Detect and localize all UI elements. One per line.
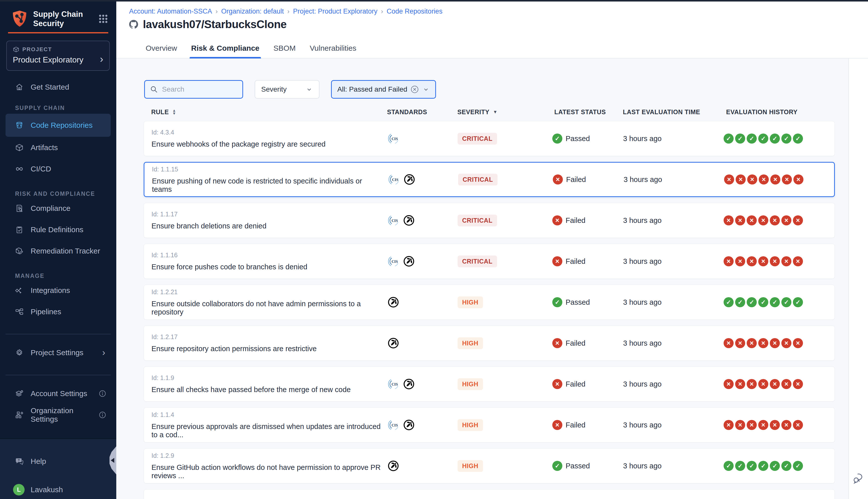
tab-vulnerabilities[interactable]: Vulnerabilities (310, 38, 357, 58)
history-failed-icon[interactable]: × (793, 379, 803, 389)
sidebar-item-rule-definitions[interactable]: Rule Definitions (0, 219, 116, 240)
history-failed-icon[interactable]: × (735, 379, 745, 389)
history-passed-icon[interactable]: ✓ (735, 297, 745, 307)
history-passed-icon[interactable]: ✓ (781, 297, 792, 307)
user-menu[interactable]: L Lavakush (0, 479, 116, 499)
history-failed-icon[interactable]: × (724, 420, 734, 430)
table-row[interactable]: Id: 1.2.21Ensure outside collaborators d… (144, 285, 835, 320)
history-failed-icon[interactable]: × (758, 420, 768, 430)
history-passed-icon[interactable]: ✓ (747, 461, 757, 471)
history-failed-icon[interactable]: × (724, 174, 734, 184)
history-passed-icon[interactable]: ✓ (758, 461, 768, 471)
project-selector[interactable]: PROJECT Product Exploratory › (6, 41, 110, 71)
clear-filter-icon[interactable] (410, 85, 419, 94)
history-passed-icon[interactable]: ✓ (724, 134, 734, 144)
table-row[interactable]: Id: 1.1.16Ensure force pushes code to br… (144, 244, 835, 279)
history-passed-icon[interactable]: ✓ (770, 134, 780, 144)
history-failed-icon[interactable]: × (735, 420, 745, 430)
history-failed-icon[interactable]: × (758, 338, 768, 348)
history-passed-icon[interactable]: ✓ (781, 461, 792, 471)
info-icon[interactable] (99, 390, 106, 397)
table-row[interactable]: Id: 1.2.17Ensure repository action permi… (144, 326, 835, 361)
status-filter[interactable]: All: Passed and Failed (331, 80, 436, 99)
sidebar-item-integrations[interactable]: Integrations (0, 280, 116, 301)
history-passed-icon[interactable]: ✓ (758, 134, 768, 144)
history-failed-icon[interactable]: × (770, 379, 780, 389)
table-row[interactable]: Id: 1.1.15Ensure pushing of new code is … (144, 162, 835, 197)
history-passed-icon[interactable]: ✓ (793, 297, 803, 307)
sidebar-item-account-settings[interactable]: Account Settings (0, 383, 116, 404)
history-failed-icon[interactable]: × (793, 420, 803, 430)
history-passed-icon[interactable]: ✓ (770, 461, 780, 471)
help-button[interactable]: ? Help (0, 451, 116, 472)
history-failed-icon[interactable]: × (747, 256, 757, 266)
table-row[interactable]: Id: 1.1.9Ensure all checks have passed b… (144, 366, 835, 402)
history-failed-icon[interactable]: × (793, 174, 804, 184)
table-row[interactable]: Id: 1.1.4Ensure previous approvals are d… (144, 407, 835, 442)
history-failed-icon[interactable]: × (758, 379, 768, 389)
column-header-rule[interactable]: RULE▲▼ (144, 108, 382, 116)
tab-sbom[interactable]: SBOM (274, 38, 296, 58)
search-box[interactable] (144, 80, 243, 99)
history-failed-icon[interactable]: × (747, 379, 757, 389)
sidebar-item-remediation-tracker[interactable]: Remediation Tracker (0, 240, 116, 261)
history-passed-icon[interactable]: ✓ (793, 461, 803, 471)
history-failed-icon[interactable]: × (724, 379, 734, 389)
history-failed-icon[interactable]: × (736, 174, 746, 184)
history-failed-icon[interactable]: × (735, 256, 745, 266)
sidebar-item-code-repositories[interactable]: Code Repositories (5, 114, 111, 137)
sidebar-item-project-settings[interactable]: Project Settings› (0, 342, 116, 363)
history-failed-icon[interactable]: × (781, 256, 792, 266)
support-chat-icon[interactable] (853, 472, 865, 485)
breadcrumb-link[interactable]: Code Repositories (387, 8, 443, 15)
history-failed-icon[interactable]: × (781, 215, 792, 226)
history-failed-icon[interactable]: × (770, 174, 780, 184)
history-passed-icon[interactable]: ✓ (747, 297, 757, 307)
history-failed-icon[interactable]: × (781, 379, 792, 389)
history-failed-icon[interactable]: × (747, 420, 757, 430)
sidebar-item-ci-cd[interactable]: CI/CD (0, 158, 116, 180)
history-failed-icon[interactable]: × (781, 420, 792, 430)
history-failed-icon[interactable]: × (793, 256, 803, 266)
sort-icon[interactable]: ▲▼ (172, 109, 176, 115)
history-failed-icon[interactable]: × (724, 215, 734, 226)
breadcrumb-link[interactable]: Organization: default (221, 8, 284, 15)
breadcrumb-link[interactable]: Project: Product Exploratory (293, 8, 377, 15)
history-failed-icon[interactable]: × (770, 338, 780, 348)
history-failed-icon[interactable]: × (770, 420, 780, 430)
tab-overview[interactable]: Overview (146, 38, 177, 58)
history-failed-icon[interactable]: × (735, 338, 745, 348)
history-passed-icon[interactable]: ✓ (735, 461, 745, 471)
history-passed-icon[interactable]: ✓ (770, 297, 780, 307)
history-failed-icon[interactable]: × (735, 215, 745, 226)
history-failed-icon[interactable]: × (782, 174, 792, 184)
history-failed-icon[interactable]: × (724, 338, 734, 348)
history-failed-icon[interactable]: × (759, 174, 769, 184)
info-icon[interactable] (99, 411, 106, 419)
history-failed-icon[interactable]: × (758, 256, 768, 266)
apps-grid-icon[interactable] (98, 13, 109, 24)
tab-risk-compliance[interactable]: Risk & Compliance (191, 38, 260, 58)
history-failed-icon[interactable]: × (747, 174, 757, 184)
search-input[interactable] (162, 85, 237, 93)
table-row[interactable]: Id: 1.1.5CISHIGH×Failed3 hours ago××××××… (144, 489, 835, 499)
history-passed-icon[interactable]: ✓ (793, 134, 803, 144)
history-passed-icon[interactable]: ✓ (758, 297, 768, 307)
history-passed-icon[interactable]: ✓ (747, 134, 757, 144)
history-failed-icon[interactable]: × (770, 215, 780, 226)
sidebar-item-pipelines[interactable]: Pipelines (0, 301, 116, 322)
breadcrumb-link[interactable]: Account: Automation-SSCA (129, 8, 212, 15)
sidebar-item-get-started[interactable]: Get Started (0, 76, 116, 98)
sidebar-item-compliance[interactable]: Compliance (0, 197, 116, 219)
sidebar-item-artifacts[interactable]: Artifacts (0, 137, 116, 158)
history-failed-icon[interactable]: × (747, 215, 757, 226)
history-failed-icon[interactable]: × (758, 215, 768, 226)
table-row[interactable]: Id: 1.2.9Ensure GitHub action workflows … (144, 448, 835, 484)
history-passed-icon[interactable]: ✓ (724, 461, 734, 471)
history-passed-icon[interactable]: ✓ (735, 134, 745, 144)
history-failed-icon[interactable]: × (781, 338, 792, 348)
history-failed-icon[interactable]: × (793, 338, 803, 348)
history-failed-icon[interactable]: × (747, 338, 757, 348)
history-passed-icon[interactable]: ✓ (781, 134, 792, 144)
history-failed-icon[interactable]: × (724, 256, 734, 266)
